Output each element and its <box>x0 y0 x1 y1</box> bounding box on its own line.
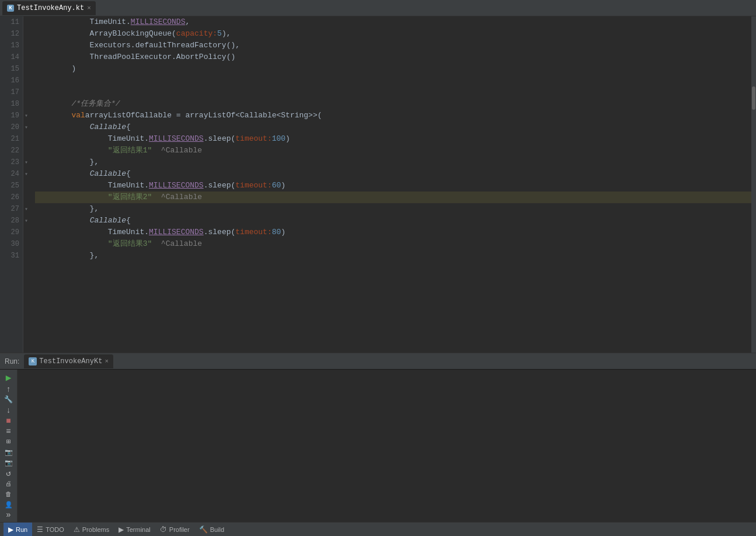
code-line-25: TimeUnit.MILLISECONDS.sleep( timeout: 60… <box>35 180 751 192</box>
todo-icon: ☰ <box>37 525 43 534</box>
print-button[interactable]: 🖨 <box>2 479 15 489</box>
run-content[interactable] <box>18 370 756 522</box>
fold-23[interactable]: ▾ <box>23 156 29 168</box>
fold-28[interactable]: ▾ <box>23 215 29 227</box>
line-num-11: 11 <box>2 16 19 28</box>
fold-17 <box>23 86 29 98</box>
line-num-27: 27 <box>2 203 19 215</box>
expand-button[interactable]: » <box>2 510 15 520</box>
camera-button[interactable]: 📷 <box>2 447 15 457</box>
line-num-16: 16 <box>2 75 19 86</box>
code-line-21: TimeUnit.MILLISECONDS.sleep( timeout: 10… <box>35 133 751 145</box>
line-num-21: 21 <box>2 133 19 145</box>
line-num-30: 30 <box>2 238 19 250</box>
fold-29 <box>23 227 29 238</box>
code-line-17 <box>35 86 751 98</box>
code-line-28: Callable { <box>35 215 751 227</box>
terminal-icon: ▶ <box>119 525 124 534</box>
fold-27[interactable]: ▾ <box>23 203 29 215</box>
run-tab-label: TestInvokeAnyKt <box>39 357 102 366</box>
run-button[interactable]: ▶ <box>2 372 15 384</box>
terminal-status-item[interactable]: ▶ Terminal <box>114 523 155 536</box>
fold-18 <box>23 98 29 110</box>
line-num-25: 25 <box>2 180 19 192</box>
run-status-item[interactable]: ▶ Run <box>4 523 32 536</box>
editor-area: 11 12 13 14 15 16 17 18 19 20 21 22 23 2… <box>0 16 756 353</box>
run-panel: Run: K TestInvokeAnyKt × ▶ ↑ 🔧 ↓ ■ ≡ ⊞ 📷… <box>0 353 756 522</box>
code-line-11: TimeUnit.MILLISECONDS, <box>35 16 751 28</box>
list2-button[interactable]: ⊞ <box>2 437 15 447</box>
todo-label: TODO <box>46 526 64 533</box>
tab-testinvokeany[interactable]: K TestInvokeAny.kt × <box>2 1 96 15</box>
run-status-icon: ▶ <box>8 525 13 534</box>
scroll-thumb[interactable] <box>752 86 755 110</box>
code-line-15: ) <box>35 63 751 75</box>
fold-24[interactable]: ▾ <box>23 168 29 180</box>
line-num-14: 14 <box>2 51 19 63</box>
tab-close-button[interactable]: × <box>87 5 91 12</box>
fold-31 <box>23 250 29 262</box>
camera2-button[interactable]: 📷 <box>2 458 15 467</box>
fold-19[interactable]: ▾ <box>23 110 29 121</box>
line-num-31: 31 <box>2 250 19 262</box>
tab-label: TestInvokeAny.kt <box>17 4 84 12</box>
list-button[interactable]: ≡ <box>2 427 15 436</box>
code-line-18: /*任务集合*/ <box>35 98 751 110</box>
line-num-13: 13 <box>2 40 19 51</box>
profiler-label: Profiler <box>169 526 190 533</box>
line-num-28: 28 <box>2 215 19 227</box>
code-line-19: val arrayListOfCallable = arrayListOf<Ca… <box>35 110 751 121</box>
line-num-29: 29 <box>2 227 19 238</box>
problems-label: Problems <box>82 526 109 533</box>
profiler-status-item[interactable]: ⏱ Profiler <box>155 523 194 536</box>
status-bar: ▶ Run ☰ TODO ⚠ Problems ▶ Terminal ⏱ Pro… <box>0 522 756 536</box>
terminal-label: Terminal <box>126 526 151 533</box>
code-line-27: }, <box>35 203 751 215</box>
refresh-button[interactable]: ↺ <box>2 468 15 478</box>
line-num-20: 20 <box>2 121 19 133</box>
delete-button[interactable]: 🗑 <box>2 490 15 499</box>
problems-status-item[interactable]: ⚠ Problems <box>69 523 114 536</box>
fold-15 <box>23 63 29 75</box>
line-num-23: 23 <box>2 156 19 168</box>
run-label: Run: <box>5 357 19 366</box>
build-icon: 🔨 <box>199 525 208 534</box>
scroll-down-button[interactable]: ↓ <box>2 406 15 415</box>
code-line-13: Executors.defaultThreadFactory(), <box>35 40 751 51</box>
code-line-29: TimeUnit.MILLISECONDS.sleep( timeout: 80… <box>35 227 751 238</box>
code-line-20: Callable { <box>35 121 751 133</box>
code-line-24: Callable { <box>35 168 751 180</box>
run-tab-kotlin-icon: K <box>29 357 37 366</box>
profiler-icon: ⏱ <box>160 525 167 534</box>
kotlin-file-icon: K <box>7 5 14 12</box>
line-num-18: 18 <box>2 98 19 110</box>
todo-status-item[interactable]: ☰ TODO <box>32 523 69 536</box>
fold-12 <box>23 28 29 40</box>
scroll-up-button[interactable]: ↑ <box>2 385 15 394</box>
stop-button[interactable]: ■ <box>2 416 15 426</box>
scroll-bar[interactable] <box>751 16 756 353</box>
run-tab-close-button[interactable]: × <box>104 358 109 365</box>
code-line-30: "返回结果3" ^Callable <box>35 238 751 250</box>
run-body: ▶ ↑ 🔧 ↓ ■ ≡ ⊞ 📷 📷 ↺ 🖨 🗑 👤 » <box>0 370 756 522</box>
line-num-17: 17 <box>2 86 19 98</box>
code-line-22: "返回结果1" ^Callable <box>35 145 751 156</box>
person-button[interactable]: 👤 <box>2 500 15 509</box>
problems-icon: ⚠ <box>74 525 80 534</box>
fold-26 <box>23 192 29 203</box>
line-numbers: 11 12 13 14 15 16 17 18 19 20 21 22 23 2… <box>0 16 23 353</box>
line-num-22: 22 <box>2 145 19 156</box>
line-num-15: 15 <box>2 63 19 75</box>
line-num-26: 26 <box>2 192 19 203</box>
line-num-24: 24 <box>2 168 19 180</box>
code-line-14: ThreadPoolExecutor.AbortPolicy() <box>35 51 751 63</box>
run-toolbar: ▶ ↑ 🔧 ↓ ■ ≡ ⊞ 📷 📷 ↺ 🖨 🗑 👤 » <box>0 370 18 522</box>
build-status-item[interactable]: 🔨 Build <box>194 523 229 536</box>
line-num-12: 12 <box>2 28 19 40</box>
fold-16 <box>23 75 29 86</box>
fold-21 <box>23 133 29 145</box>
code-content[interactable]: TimeUnit.MILLISECONDS, ArrayBlockingQueu… <box>30 16 751 353</box>
fold-20[interactable]: ▾ <box>23 121 29 133</box>
run-tab[interactable]: K TestInvokeAnyKt × <box>24 354 113 368</box>
settings-button[interactable]: 🔧 <box>2 395 15 405</box>
